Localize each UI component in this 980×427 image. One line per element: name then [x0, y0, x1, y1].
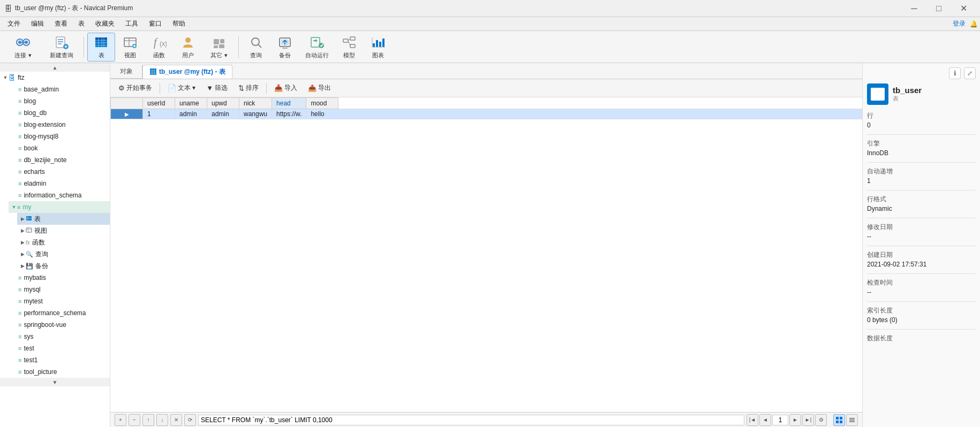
sidebar-db-echarts[interactable]: ≡ echarts — [9, 166, 110, 178]
toolbar-backup[interactable]: 备份 — [271, 33, 299, 62]
sidebar-db-mysql[interactable]: ≡ mysql — [9, 284, 110, 295]
sidebar-functions[interactable]: ▶ fx 函数 — [17, 237, 110, 248]
sidebar-db-test1[interactable]: ≡ test1 — [9, 354, 110, 366]
filter-btn[interactable]: ▼ 筛选 — [201, 82, 232, 95]
sidebar-scroll-up[interactable]: ▲ — [0, 63, 110, 72]
toolbar-chart[interactable]: 图表 — [364, 33, 392, 62]
menu-favorites[interactable]: 收藏夹 — [90, 18, 120, 30]
sidebar-db-mytest[interactable]: ≡ mytest — [9, 295, 110, 307]
export-icon: 📤 — [308, 84, 316, 92]
move-up-btn[interactable]: ↑ — [142, 414, 154, 426]
toolbar-new-query[interactable]: 新建查询 — [43, 33, 80, 62]
export-btn[interactable]: 📤 导出 — [303, 82, 336, 95]
sidebar-db-sys[interactable]: ≡ sys — [9, 331, 110, 342]
grid-view-btn[interactable] — [833, 414, 845, 426]
toolbar-model[interactable]: 模型 — [335, 33, 363, 62]
delete-record-btn[interactable]: − — [129, 414, 140, 426]
sidebar-backups[interactable]: ▶ 💾 备份 — [17, 260, 110, 272]
first-page-btn[interactable]: |◄ — [747, 414, 758, 426]
sidebar-db-my[interactable]: ▼ ≡ my — [9, 201, 110, 213]
sidebar-tables[interactable]: ▶ 表 — [17, 213, 110, 225]
cell-nick[interactable]: wangwu — [239, 109, 272, 119]
sidebar-db-base_admin[interactable]: ≡ base_admin — [9, 83, 110, 95]
cell-userId[interactable]: 1 — [143, 109, 175, 119]
index-length-value: 0 bytes (0) — [867, 316, 976, 324]
sidebar-root-ftz[interactable]: ▼ 🗄 ftz — [0, 72, 110, 83]
begin-transaction-btn[interactable]: ⚙ 开始事务 — [114, 82, 157, 95]
query-label: 查询 — [250, 51, 262, 59]
table-row[interactable]: ▶ 1 admin admin wangwu https://w. hello — [111, 109, 862, 119]
last-page-btn[interactable]: ►| — [802, 414, 814, 426]
login-button[interactable]: 登录 — [953, 19, 966, 28]
sidebar-scroll-down[interactable]: ▼ — [0, 378, 110, 386]
sql-input[interactable] — [198, 415, 744, 425]
menu-tools[interactable]: 工具 — [120, 18, 144, 30]
notification-icon[interactable]: 🔔 — [970, 20, 978, 28]
col-header-uname[interactable]: uname — [175, 98, 207, 109]
sidebar-db-information_schema[interactable]: ≡ information_schema — [9, 189, 110, 201]
menu-edit[interactable]: 编辑 — [26, 18, 49, 30]
toolbar-view[interactable]: 视图 — [116, 33, 144, 62]
toolbar-query[interactable]: 查询 — [242, 33, 270, 62]
toolbar-other[interactable]: 其它 ▾ — [203, 33, 235, 62]
modify-date-label: 修改日期 — [867, 223, 976, 232]
cell-mood[interactable]: hello — [306, 109, 338, 119]
sidebar-db-mybatis[interactable]: ≡ mybatis — [9, 272, 110, 284]
move-down-btn[interactable]: ↓ — [156, 414, 168, 426]
views-icon — [26, 227, 32, 234]
menu-table[interactable]: 表 — [73, 18, 90, 30]
text-btn[interactable]: 📄 文本 ▾ — [163, 82, 200, 95]
sidebar-db-blog-mysql8[interactable]: ≡ blog-mysql8 — [9, 131, 110, 142]
close-button[interactable]: ✕ — [951, 0, 976, 17]
table-thumbnail — [867, 83, 888, 105]
col-header-upwd[interactable]: upwd — [207, 98, 239, 109]
cell-uname[interactable]: admin — [175, 109, 207, 119]
menu-window[interactable]: 窗口 — [144, 18, 167, 30]
col-header-head[interactable]: head — [272, 98, 306, 109]
sidebar-db-blog[interactable]: ≡ blog — [9, 95, 110, 107]
col-header-userId[interactable]: userId — [143, 98, 175, 109]
col-header-nick[interactable]: nick — [239, 98, 272, 109]
row-num-header — [111, 98, 143, 109]
sidebar-queries[interactable]: ▶ 🔍 查询 — [17, 248, 110, 260]
toolbar-function[interactable]: f (x) 函数 — [145, 33, 173, 62]
sidebar-db-performance_schema[interactable]: ≡ performance_schema — [9, 307, 110, 319]
cell-upwd[interactable]: admin — [207, 109, 239, 119]
refresh-btn[interactable]: ⟳ — [184, 414, 196, 426]
create-date-label: 创建日期 — [867, 250, 976, 260]
menu-help[interactable]: 帮助 — [167, 18, 191, 30]
sidebar-db-blog-extension[interactable]: ≡ blog-extension — [9, 119, 110, 131]
sidebar-db-db_lezijie_note[interactable]: ≡ db_lezijie_note — [9, 154, 110, 166]
menu-file[interactable]: 文件 — [2, 18, 26, 30]
panel-info-btn[interactable]: ℹ — [949, 67, 961, 79]
tab-object[interactable]: 对象 — [110, 65, 142, 79]
minimize-button[interactable]: ─ — [902, 0, 926, 17]
form-view-btn[interactable] — [846, 414, 858, 426]
tab-tb_user[interactable]: tb_user @my (ftz) - 表 — [142, 65, 232, 79]
next-page-btn[interactable]: ► — [789, 414, 801, 426]
sidebar-db-blog_db[interactable]: ≡ blog_db — [9, 107, 110, 119]
toolbar-table[interactable]: 表 — [87, 33, 115, 62]
settings-btn[interactable]: ⚙ — [815, 414, 827, 426]
prev-page-btn[interactable]: ◄ — [759, 414, 771, 426]
sidebar-db-tool_picture[interactable]: ≡ tool_picture — [9, 366, 110, 378]
sidebar-views[interactable]: ▶ 视图 — [17, 225, 110, 237]
toolbar-autorun[interactable]: 自动运行 — [300, 33, 334, 62]
toolbar-user[interactable]: 用户 — [174, 33, 202, 62]
sort-btn[interactable]: ⇅ 排序 — [233, 82, 263, 95]
import-btn[interactable]: 📥 导入 — [269, 82, 302, 95]
page-number-input[interactable] — [772, 415, 788, 425]
sidebar-db-book[interactable]: ≡ book — [9, 142, 110, 154]
views-expand-arrow: ▶ — [19, 227, 26, 234]
toolbar-connect[interactable]: 连接 ▾ — [4, 33, 42, 62]
sidebar-db-eladmin[interactable]: ≡ eladmin — [9, 178, 110, 189]
cell-head[interactable]: https://w. — [272, 109, 306, 119]
menu-view[interactable]: 查看 — [49, 18, 73, 30]
add-record-btn[interactable]: + — [115, 414, 126, 426]
sidebar-db-test[interactable]: ≡ test — [9, 342, 110, 354]
panel-expand-btn[interactable]: ⤢ — [964, 67, 976, 79]
maximize-button[interactable]: □ — [926, 0, 951, 17]
discard-btn[interactable]: ✕ — [170, 414, 182, 426]
col-header-mood[interactable]: mood — [306, 98, 338, 109]
sidebar-db-springboot-vue[interactable]: ≡ springboot-vue — [9, 319, 110, 331]
